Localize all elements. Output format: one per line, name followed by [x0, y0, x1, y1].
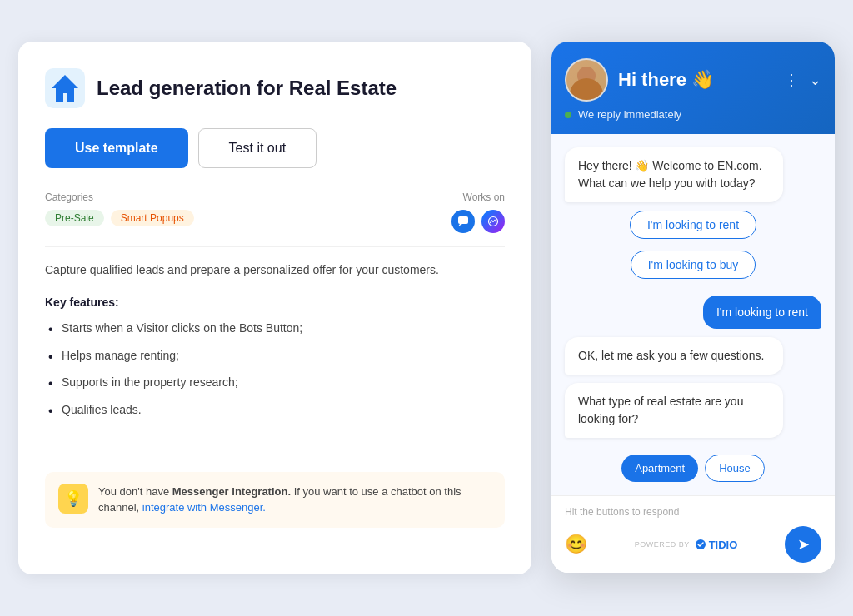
bottom-option-buttons: Apartment House — [565, 455, 821, 482]
avatar — [565, 58, 608, 102]
status-row: We reply immediately — [565, 108, 821, 121]
features-list: Starts when a Visitor clicks on the Bots… — [45, 319, 505, 419]
user-row-1: I'm looking to rent — [565, 296, 821, 337]
info-lightbulb-icon: 💡 — [58, 484, 88, 514]
hint-text: Hit the buttons to respond — [565, 506, 821, 518]
bot-message-3: What type of real estate are you looking… — [565, 383, 783, 438]
status-dot — [565, 112, 571, 118]
more-options-icon[interactable]: ⋮ — [784, 71, 799, 89]
footer-actions: 😊 POWERED BY TIDIO ➤ — [565, 526, 821, 563]
messages-wrapper: Hey there! 👋 Welcome to EN.com. What can… — [565, 147, 821, 482]
option-buy[interactable]: I'm looking to buy — [631, 251, 756, 279]
chat-header: Hi there 👋 ⋮ ⌄ We reply immediately — [551, 42, 835, 134]
categories-label: Categories — [45, 191, 194, 203]
bot-message-2: OK, let me ask you a few questions. — [565, 337, 783, 375]
svg-marker-3 — [458, 224, 462, 226]
tidio-branding: TIDIO — [695, 539, 738, 551]
key-features-title: Key features: — [45, 296, 505, 309]
info-text: You don't have Messenger integration. If… — [98, 484, 491, 516]
title-row: Lead generation for Real Estate — [45, 68, 505, 108]
feature-item: Helps manage renting; — [45, 346, 505, 365]
status-text: We reply immediately — [578, 108, 681, 121]
user-message-1: I'm looking to rent — [703, 296, 821, 329]
chevron-down-icon[interactable]: ⌄ — [809, 71, 821, 89]
chat-header-left: Hi there 👋 — [565, 58, 714, 102]
house-icon — [45, 68, 85, 108]
info-text-bold: Messenger integration. — [172, 485, 291, 498]
use-template-button[interactable]: Use template — [45, 128, 188, 168]
feature-item: Starts when a Visitor clicks on the Bots… — [45, 319, 505, 337]
svg-rect-2 — [458, 216, 468, 224]
tag-smart-popups: Smart Popups — [111, 210, 194, 226]
chat-body: Hey there! 👋 Welcome to EN.com. What can… — [551, 134, 835, 495]
tidio-logo-text: TIDIO — [709, 539, 738, 551]
page-title: Lead generation for Real Estate — [97, 77, 397, 101]
left-panel: Lead generation for Real Estate Use temp… — [18, 42, 531, 574]
chat-footer: Hit the buttons to respond 😊 POWERED BY … — [551, 495, 835, 573]
info-text-before: You don't have — [98, 485, 172, 498]
chat-widget: Hi there 👋 ⋮ ⌄ We reply immediately Hey … — [551, 42, 835, 573]
chat-header-actions: ⋮ ⌄ — [784, 71, 821, 89]
bot-message-1: Hey there! 👋 Welcome to EN.com. What can… — [565, 147, 783, 202]
description-text: Capture qualified leads and prepare a pe… — [45, 261, 505, 279]
options-container: I'm looking to rent I'm looking to buy — [565, 211, 821, 286]
avatar-image — [566, 60, 606, 100]
feature-item: Qualifies leads. — [45, 400, 505, 419]
chat-greeting: Hi there 👋 — [618, 69, 714, 91]
works-on-icons — [451, 210, 505, 233]
chat-channel-icon — [451, 210, 475, 233]
categories-row: Categories Pre-Sale Smart Popups Works o… — [45, 191, 505, 233]
tag-pre-sale: Pre-Sale — [45, 210, 104, 226]
tags-row: Pre-Sale Smart Popups — [45, 210, 194, 226]
feature-item: Supports in the property research; — [45, 373, 505, 391]
option-rent[interactable]: I'm looking to rent — [630, 211, 756, 239]
categories-left: Categories Pre-Sale Smart Popups — [45, 191, 194, 226]
chat-header-top: Hi there 👋 ⋮ ⌄ — [565, 58, 821, 102]
bottom-option-btn-1[interactable]: Apartment — [621, 455, 698, 482]
send-icon: ➤ — [797, 535, 810, 554]
integrate-messenger-link[interactable]: integrate with Messenger. — [142, 501, 266, 514]
works-on-label: Works on — [451, 191, 505, 203]
info-banner: 💡 You don't have Messenger integration. … — [45, 472, 505, 528]
powered-by-label: POWERED BY — [635, 540, 690, 549]
divider — [45, 246, 505, 247]
send-button[interactable]: ➤ — [785, 526, 821, 563]
right-panel: Hi there 👋 ⋮ ⌄ We reply immediately Hey … — [551, 42, 835, 573]
messenger-channel-icon — [481, 210, 505, 233]
emoji-icon[interactable]: 😊 — [565, 534, 587, 555]
bottom-option-btn-2[interactable]: House — [705, 455, 765, 482]
works-on-right: Works on — [451, 191, 505, 233]
test-it-out-button[interactable]: Test it out — [198, 128, 317, 168]
button-row: Use template Test it out — [45, 128, 505, 168]
powered-by: POWERED BY TIDIO — [635, 539, 738, 551]
